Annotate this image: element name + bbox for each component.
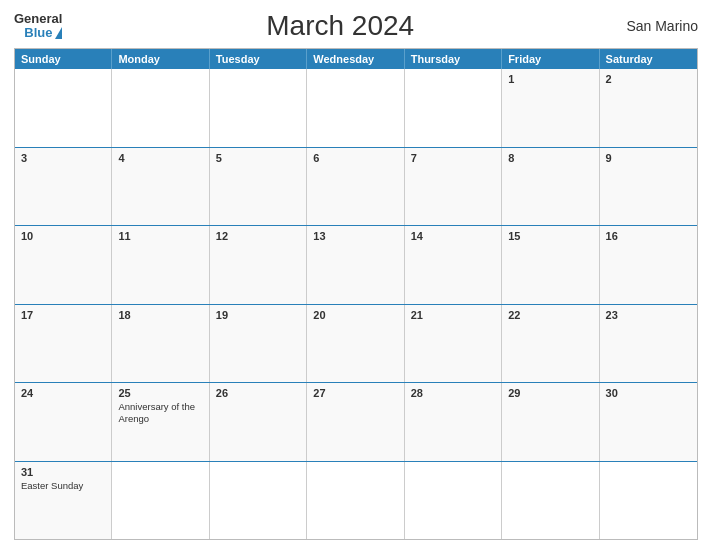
day-cell-empty (112, 462, 209, 540)
day-cell-18: 18 (112, 305, 209, 383)
day-cell-12: 12 (210, 226, 307, 304)
day-cell-7: 7 (405, 148, 502, 226)
day-cell-10: 10 (15, 226, 112, 304)
day-cell-8: 8 (502, 148, 599, 226)
logo-blue-text: Blue (24, 26, 52, 40)
day-cell-25: 25 Anniversary of the Arengo (112, 383, 209, 461)
day-cell-29: 29 (502, 383, 599, 461)
logo-triangle-icon (55, 27, 62, 39)
week-row-5: 24 25 Anniversary of the Arengo 26 27 28… (15, 382, 697, 461)
week-row-6: 31 Easter Sunday (15, 461, 697, 540)
header-sunday: Sunday (15, 49, 112, 69)
day-cell-11: 11 (112, 226, 209, 304)
logo: General Blue (14, 12, 62, 41)
day-cell (15, 69, 112, 147)
day-cell-21: 21 (405, 305, 502, 383)
day-cell-3: 3 (15, 148, 112, 226)
calendar: Sunday Monday Tuesday Wednesday Thursday… (14, 48, 698, 540)
day-cell-empty (502, 462, 599, 540)
day-cell-22: 22 (502, 305, 599, 383)
day-cell (112, 69, 209, 147)
country-label: San Marino (618, 18, 698, 34)
header-thursday: Thursday (405, 49, 502, 69)
week-row-3: 10 11 12 13 14 15 16 (15, 225, 697, 304)
week-row-1: 1 2 (15, 69, 697, 147)
day-cell-empty (405, 462, 502, 540)
header: General Blue March 2024 San Marino (14, 10, 698, 42)
day-cell-9: 9 (600, 148, 697, 226)
day-cell-19: 19 (210, 305, 307, 383)
day-cell (307, 69, 404, 147)
day-cell (210, 69, 307, 147)
header-saturday: Saturday (600, 49, 697, 69)
day-cell-20: 20 (307, 305, 404, 383)
week-row-2: 3 4 5 6 7 8 9 (15, 147, 697, 226)
page: General Blue March 2024 San Marino Sunda… (0, 0, 712, 550)
day-cell-2: 2 (600, 69, 697, 147)
day-cell-27: 27 (307, 383, 404, 461)
week-row-4: 17 18 19 20 21 22 23 (15, 304, 697, 383)
day-cell-31: 31 Easter Sunday (15, 462, 112, 540)
day-cell-14: 14 (405, 226, 502, 304)
header-tuesday: Tuesday (210, 49, 307, 69)
day-cell-5: 5 (210, 148, 307, 226)
day-headers-row: Sunday Monday Tuesday Wednesday Thursday… (15, 49, 697, 69)
day-cell-17: 17 (15, 305, 112, 383)
header-monday: Monday (112, 49, 209, 69)
day-cell-24: 24 (15, 383, 112, 461)
day-cell-16: 16 (600, 226, 697, 304)
page-title: March 2024 (62, 10, 618, 42)
logo-general-text: General (14, 12, 62, 26)
day-cell-empty (600, 462, 697, 540)
header-friday: Friday (502, 49, 599, 69)
day-cell-23: 23 (600, 305, 697, 383)
day-cell-15: 15 (502, 226, 599, 304)
day-cell (405, 69, 502, 147)
day-cell-28: 28 (405, 383, 502, 461)
weeks-container: 1 2 3 4 5 6 7 8 9 10 11 12 13 (15, 69, 697, 539)
day-cell-1: 1 (502, 69, 599, 147)
day-cell-6: 6 (307, 148, 404, 226)
day-cell-empty (307, 462, 404, 540)
day-cell-4: 4 (112, 148, 209, 226)
day-cell-26: 26 (210, 383, 307, 461)
day-cell-empty (210, 462, 307, 540)
day-cell-30: 30 (600, 383, 697, 461)
header-wednesday: Wednesday (307, 49, 404, 69)
day-cell-13: 13 (307, 226, 404, 304)
